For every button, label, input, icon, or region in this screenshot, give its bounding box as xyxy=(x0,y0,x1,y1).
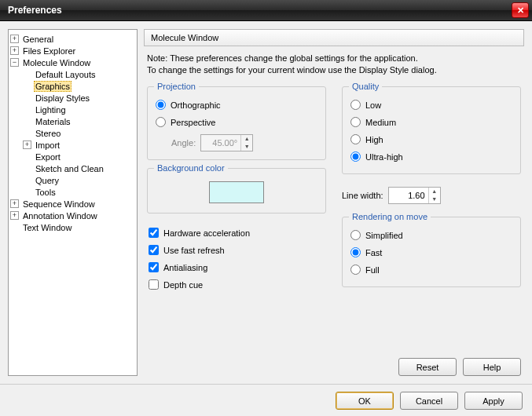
radio-label: Perspective xyxy=(171,118,215,127)
radio-label: Fast xyxy=(365,248,382,257)
checkbox-input[interactable] xyxy=(149,279,159,290)
radio-simplified[interactable]: Simplified xyxy=(350,227,512,244)
radio-label: Low xyxy=(365,100,381,110)
panel-header: Molecule Window xyxy=(144,29,524,46)
tree-item-label: Lighting xyxy=(34,105,68,115)
linewidth-input[interactable] xyxy=(389,188,428,203)
window-title: Preferences xyxy=(8,5,62,16)
group-title: Quality xyxy=(349,82,382,91)
tree-expand-icon[interactable]: + xyxy=(10,211,19,220)
tree-item[interactable]: Display Styles xyxy=(10,92,135,104)
linewidth-spinner[interactable]: ▲▼ xyxy=(388,187,441,204)
radio-orthographic[interactable]: Orthographic xyxy=(156,97,317,114)
radio-fast[interactable]: Fast xyxy=(350,244,512,261)
tree-item[interactable]: +General xyxy=(10,33,135,45)
tree-item-label: Files Explorer xyxy=(21,46,77,56)
tree-item-label: Molecule Window xyxy=(21,58,92,68)
tree-item[interactable]: Default Layouts xyxy=(10,68,135,80)
check-options: Hardware acceleration Use fast refresh A… xyxy=(147,221,326,294)
radio-full[interactable]: Full xyxy=(350,261,512,279)
angle-input xyxy=(201,135,240,151)
tree-item-label: General xyxy=(21,35,55,44)
tree-item-label: Default Layouts xyxy=(34,70,97,79)
tree-item[interactable]: Sketch and Clean xyxy=(10,162,135,174)
nav-tree[interactable]: +General+Files Explorer−Molecule WindowD… xyxy=(8,29,138,376)
checkbox-input[interactable] xyxy=(149,228,159,238)
angle-label: Angle: xyxy=(171,138,196,148)
help-button[interactable]: Help xyxy=(463,358,521,376)
tree-item[interactable]: −Molecule Window xyxy=(10,57,135,68)
projection-group: Projection Orthographic Perspective Angl… xyxy=(147,86,326,160)
tree-item[interactable]: +Files Explorer xyxy=(10,45,135,57)
tree-item-label: Export xyxy=(34,152,62,162)
radio-input[interactable] xyxy=(350,247,361,257)
check-antialias[interactable]: Antialiasing xyxy=(149,259,325,276)
tree-expand-icon[interactable]: + xyxy=(10,46,19,55)
chevron-down-icon[interactable]: ▼ xyxy=(429,195,440,203)
tree-item-label: Text Window xyxy=(21,223,73,232)
reset-button[interactable]: Reset xyxy=(398,358,457,376)
radio-low[interactable]: Low xyxy=(350,97,512,114)
tree-item[interactable]: Query xyxy=(10,174,135,186)
radio-input[interactable] xyxy=(350,134,361,144)
checkbox-input[interactable] xyxy=(149,262,159,272)
check-hw-accel[interactable]: Hardware acceleration xyxy=(149,224,325,242)
tree-item[interactable]: Tools xyxy=(10,186,135,198)
radio-label: Full xyxy=(365,265,380,275)
tree-expand-icon[interactable]: + xyxy=(10,35,19,43)
check-label: Depth cue xyxy=(163,280,203,290)
tree-expand-icon[interactable]: + xyxy=(23,140,31,149)
radio-input[interactable] xyxy=(156,117,166,127)
cancel-button[interactable]: Cancel xyxy=(400,392,458,410)
ok-button[interactable]: OK xyxy=(336,392,394,410)
tree-item[interactable]: Graphics xyxy=(10,80,135,92)
render-move-group: Rendering on move Simplified Fast Full xyxy=(342,217,521,287)
radio-high[interactable]: High xyxy=(350,131,512,148)
radio-input[interactable] xyxy=(350,151,361,162)
radio-label: Simplified xyxy=(365,231,403,240)
check-label: Hardware acceleration xyxy=(163,228,250,238)
tree-item[interactable]: +Sequence Window xyxy=(10,198,135,210)
tree-item[interactable]: Materials xyxy=(10,115,135,127)
tree-item-label: Annotation Window xyxy=(21,211,99,221)
radio-input[interactable] xyxy=(156,100,166,110)
linewidth-label: Line width: xyxy=(342,191,383,200)
close-button[interactable]: ✕ xyxy=(512,2,529,18)
apply-button[interactable]: Apply xyxy=(464,392,523,410)
tree-item[interactable]: +Import xyxy=(10,139,135,151)
tree-item[interactable]: Export xyxy=(10,151,135,162)
radio-medium[interactable]: Medium xyxy=(350,114,512,131)
tree-item-label: Graphics xyxy=(34,81,72,92)
check-fast-refresh[interactable]: Use fast refresh xyxy=(149,242,325,259)
chevron-up-icon[interactable]: ▲ xyxy=(429,188,440,195)
radio-input[interactable] xyxy=(350,117,361,127)
group-title: Projection xyxy=(154,82,199,91)
angle-spinner: ▲▼ xyxy=(200,134,253,151)
tree-item-label: Sequence Window xyxy=(21,199,97,209)
radio-perspective[interactable]: Perspective xyxy=(156,114,317,131)
checkbox-input[interactable] xyxy=(149,245,159,255)
radio-input[interactable] xyxy=(350,230,361,240)
tree-item-label: Stereo xyxy=(34,129,62,138)
tree-item[interactable]: +Annotation Window xyxy=(10,210,135,221)
tree-item-label: Tools xyxy=(34,188,57,197)
angle-row: Angle: ▲▼ xyxy=(171,134,317,151)
bgcolor-swatch[interactable] xyxy=(209,181,264,203)
titlebar: Preferences ✕ xyxy=(0,0,532,21)
tree-expand-icon[interactable]: + xyxy=(10,199,19,208)
tree-item[interactable]: Text Window xyxy=(10,221,135,233)
check-depth-cue[interactable]: Depth cue xyxy=(149,276,325,294)
spinner-arrows[interactable]: ▲▼ xyxy=(428,188,440,203)
tree-item-label: Query xyxy=(34,176,61,185)
radio-input[interactable] xyxy=(350,265,361,275)
radio-ultra[interactable]: Ultra-high xyxy=(350,148,512,166)
tree-item[interactable]: Lighting xyxy=(10,104,135,115)
preferences-window: Preferences ✕ +General+Files Explorer−Mo… xyxy=(0,0,532,416)
tree-item-label: Import xyxy=(34,140,61,150)
settings-columns: Projection Orthographic Perspective Angl… xyxy=(144,86,524,294)
radio-label: High xyxy=(365,135,383,144)
tree-item[interactable]: Stereo xyxy=(10,127,135,139)
radio-input[interactable] xyxy=(350,100,361,110)
main-panel: Molecule Window Note: These preferences … xyxy=(144,29,524,376)
tree-collapse-icon[interactable]: − xyxy=(10,58,19,67)
